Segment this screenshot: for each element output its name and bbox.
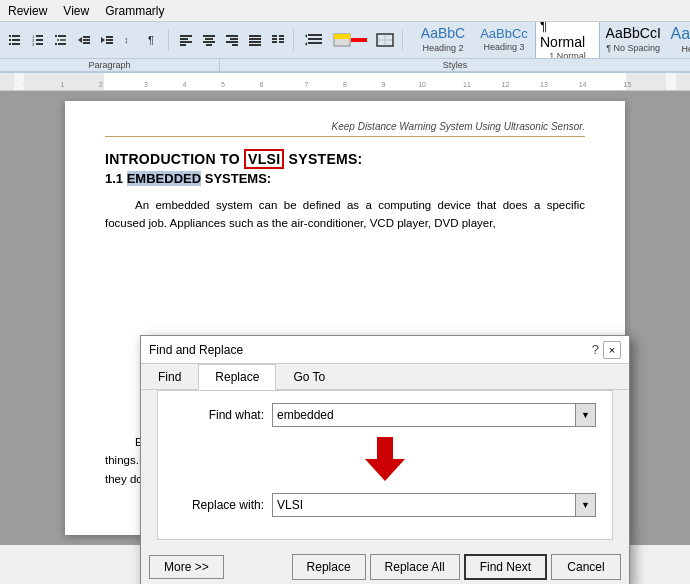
- find-input[interactable]: [273, 405, 575, 425]
- tab-replace[interactable]: Replace: [198, 364, 276, 390]
- style-heading2[interactable]: AaBbC Heading 2: [413, 22, 473, 56]
- svg-rect-19: [83, 36, 90, 38]
- menu-review[interactable]: Review: [8, 4, 47, 18]
- svg-rect-32: [203, 35, 215, 37]
- svg-rect-41: [249, 38, 261, 40]
- svg-rect-56: [334, 34, 350, 39]
- svg-rect-3: [12, 39, 20, 41]
- dialog-content: Find what: ▼: [141, 390, 629, 540]
- arrow-container: [174, 437, 596, 487]
- svg-rect-36: [226, 35, 238, 37]
- sort-btn[interactable]: ↕: [119, 29, 141, 51]
- dialog-controls: ? ×: [592, 341, 621, 359]
- arrow-down-visual: [365, 437, 405, 487]
- find-label: Find what:: [174, 408, 264, 422]
- svg-rect-38: [226, 41, 238, 43]
- find-input-wrapper: ▼: [272, 403, 596, 427]
- svg-rect-9: [36, 39, 43, 41]
- svg-rect-52: [308, 42, 322, 44]
- svg-rect-28: [180, 35, 192, 37]
- svg-rect-1: [12, 35, 20, 37]
- multilevel-btn[interactable]: [50, 29, 72, 51]
- align-left-btn[interactable]: [175, 29, 197, 51]
- svg-rect-16: [55, 43, 57, 45]
- svg-rect-20: [83, 39, 90, 41]
- svg-rect-11: [36, 43, 43, 45]
- numbering-btn[interactable]: 1.2.3.: [27, 29, 49, 51]
- svg-rect-25: [106, 42, 113, 44]
- align-center-btn[interactable]: [198, 29, 220, 51]
- increase-indent-btn[interactable]: [96, 29, 118, 51]
- menubar: Review View Grammarly: [0, 0, 690, 22]
- svg-marker-54: [305, 42, 307, 46]
- svg-rect-23: [106, 36, 113, 38]
- svg-rect-0: [9, 35, 11, 37]
- svg-rect-47: [279, 38, 284, 40]
- find-replace-dialog: Find and Replace ? × Find Replace Go To …: [140, 335, 630, 545]
- svg-rect-4: [9, 43, 11, 45]
- document-title: INTRODUCTION TO VLSI SYSTEMS:: [105, 151, 585, 167]
- svg-rect-44: [272, 35, 277, 37]
- line-spacing-btn[interactable]: [300, 30, 328, 50]
- justify-btn[interactable]: [244, 29, 266, 51]
- bullets-btn[interactable]: [4, 29, 26, 51]
- spacing-buttons: [300, 30, 403, 50]
- svg-rect-42: [249, 41, 261, 43]
- dialog-body: Find what: ▼: [157, 390, 613, 540]
- tab-goto[interactable]: Go To: [276, 364, 342, 390]
- svg-rect-13: [58, 35, 66, 37]
- svg-rect-40: [249, 35, 261, 37]
- dialog-close-button[interactable]: ×: [603, 341, 621, 359]
- find-dropdown-btn[interactable]: ▼: [575, 404, 595, 426]
- borders-btn[interactable]: [372, 30, 398, 50]
- replace-dropdown-btn[interactable]: ▼: [575, 494, 595, 516]
- svg-rect-33: [205, 38, 213, 40]
- document-para1: An embedded system can be defined as a c…: [105, 196, 585, 233]
- style-normal[interactable]: ¶ Normal 1 Normal: [535, 22, 600, 58]
- svg-rect-50: [308, 34, 322, 36]
- find-row: Find what: ▼: [174, 403, 596, 427]
- svg-rect-49: [279, 41, 284, 43]
- svg-rect-46: [272, 38, 277, 40]
- svg-marker-18: [78, 37, 82, 43]
- vlsi-highlight: VLSI: [244, 149, 284, 169]
- replace-input[interactable]: [273, 495, 575, 515]
- dialog-titlebar: Find and Replace ? ×: [141, 336, 629, 364]
- svg-rect-15: [60, 39, 66, 41]
- svg-rect-51: [308, 38, 322, 40]
- svg-rect-29: [180, 38, 188, 40]
- paragraph-section-label: Paragraph: [0, 59, 220, 71]
- shading-btn[interactable]: [329, 30, 371, 50]
- menu-grammarly[interactable]: Grammarly: [105, 4, 164, 18]
- style-no-spacing[interactable]: AaBbCcI ¶ No Spacing: [601, 22, 665, 56]
- svg-text:3.: 3.: [32, 42, 35, 47]
- ruler: · 1 2 3 4 5 6 7 8 9 10 11 12 13 14 15: [0, 73, 690, 91]
- svg-rect-7: [36, 35, 43, 37]
- decrease-indent-btn[interactable]: [73, 29, 95, 51]
- svg-marker-22: [101, 37, 105, 43]
- svg-rect-45: [279, 35, 284, 37]
- svg-rect-21: [83, 42, 90, 44]
- svg-rect-31: [180, 44, 186, 46]
- menu-view[interactable]: View: [63, 4, 89, 18]
- svg-rect-34: [203, 41, 215, 43]
- document-area[interactable]: Keep Distance Warning System Using Ultra…: [0, 91, 690, 545]
- svg-rect-5: [12, 43, 20, 45]
- style-heading1[interactable]: AaBbCcI Heading 1: [666, 22, 690, 57]
- svg-rect-30: [180, 41, 192, 43]
- style-heading3[interactable]: AaBbCc Heading 3: [474, 23, 534, 56]
- svg-text:¶: ¶: [148, 34, 154, 46]
- replace-input-wrapper: ▼: [272, 493, 596, 517]
- ribbon-top: 1.2.3. ↕ ¶: [0, 22, 690, 58]
- svg-rect-2: [9, 39, 11, 41]
- column-justify-btn[interactable]: [267, 29, 289, 51]
- align-right-btn[interactable]: [221, 29, 243, 51]
- dialog-help-button[interactable]: ?: [592, 342, 599, 357]
- dialog-tabs: Find Replace Go To: [141, 364, 629, 390]
- svg-rect-14: [57, 39, 59, 41]
- svg-rect-43: [249, 44, 261, 46]
- tab-find[interactable]: Find: [141, 364, 198, 390]
- pilcrow-btn[interactable]: ¶: [142, 29, 164, 51]
- svg-rect-12: [55, 35, 57, 37]
- svg-rect-17: [58, 43, 66, 45]
